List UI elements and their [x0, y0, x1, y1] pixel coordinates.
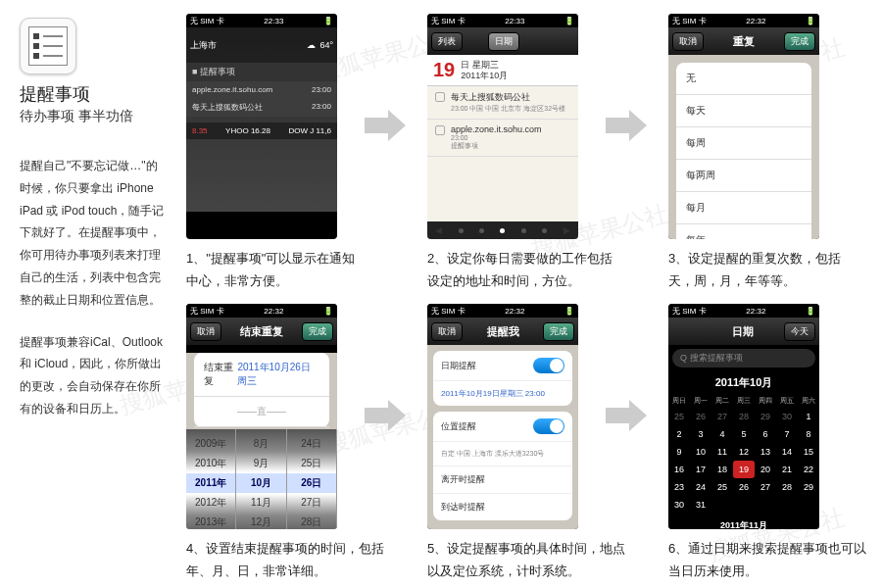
app-subtitle: 待办事项 事半功倍	[20, 108, 167, 125]
calendar-day[interactable]: 17	[690, 461, 711, 478]
date-remind-row[interactable]: 日期提醒	[433, 351, 572, 381]
end-repeat-row[interactable]: 结束重复2011年10月26日 周三	[194, 353, 329, 397]
stock-ticker[interactable]: 8.35YHOO 16.28DOW J 11,6	[186, 122, 337, 139]
done-button[interactable]: 完成	[784, 32, 815, 51]
calendar-day[interactable]: 11	[711, 443, 733, 461]
reminders-section-header: ■ 提醒事项	[186, 63, 337, 81]
calendar-day[interactable]: 10	[690, 443, 711, 461]
nav-bar: 取消提醒我完成	[427, 318, 578, 345]
screenshot-2: 无 SIM 卡22:33🔋 列表日期 19 日 星期三2011年10月 每天上搜…	[427, 14, 578, 239]
nav-title: 结束重复	[240, 324, 283, 339]
arrow-icon	[365, 398, 406, 433]
calendar-day[interactable]: 15	[798, 443, 819, 461]
paragraph-1: 提醒自己"不要忘记做…"的时候，你只要拿出 iPhone iPad 或 iPod…	[20, 155, 167, 312]
cancel-button[interactable]: 取消	[431, 322, 463, 341]
calendar-day[interactable]: 19	[733, 461, 755, 478]
left-column: 提醒事项 待办事项 事半功倍 提醒自己"不要忘记做…"的时候，你只要拿出 iPh…	[20, 18, 167, 420]
date-tab[interactable]: 日期	[488, 32, 519, 51]
app-title: 提醒事项	[20, 82, 167, 106]
calendar-day[interactable]: 2	[668, 425, 690, 443]
reminder-item[interactable]: apple.zone.it.sohu.com23:00提醒事项	[427, 120, 578, 157]
arrow-icon	[365, 108, 406, 143]
calendar-day[interactable]: 3	[690, 425, 711, 443]
nav-bar: 取消结束重复完成	[186, 318, 337, 345]
repeat-option[interactable]: 每年	[676, 224, 811, 239]
calendar-day[interactable]: 9	[668, 443, 690, 461]
screenshot-5: 无 SIM 卡22:32🔋 取消提醒我完成 日期提醒 2011年10月19日星期…	[427, 304, 578, 529]
calendar-day[interactable]: 16	[668, 461, 690, 478]
calendar-day[interactable]: 12	[733, 443, 755, 461]
cancel-button[interactable]: 取消	[672, 32, 704, 51]
calendar-day[interactable]: 14	[776, 443, 798, 461]
repeat-option[interactable]: 每两周	[676, 160, 811, 192]
status-bar: 无 SIM 卡22:32🔋	[186, 304, 337, 318]
repeat-option[interactable]: 每天	[676, 95, 811, 127]
notification-item[interactable]: 每天上搜狐数码公社23:00	[186, 98, 337, 117]
calendar-day[interactable]: 4	[711, 425, 733, 443]
toggle-switch[interactable]	[533, 418, 564, 434]
nav-title: 日期	[732, 324, 754, 339]
status-bar: 无 SIM 卡22:33🔋	[186, 14, 337, 27]
calendar-day[interactable]: 5	[733, 425, 755, 443]
app-icon	[20, 18, 76, 74]
notification-item[interactable]: apple.zone.it.sohu.com23:00	[186, 81, 337, 98]
repeat-option[interactable]: 无	[676, 63, 811, 95]
calendar-day[interactable]: 26	[733, 478, 755, 496]
calendar-day[interactable]: 20	[755, 461, 776, 478]
city-label: 上海市	[190, 39, 217, 52]
screenshot-6: 无 SIM 卡22:32🔋 日期今天 Q 搜索提醒事项 2011年10月 周日周…	[668, 304, 819, 529]
date-header: 19 日 星期三2011年10月	[427, 55, 578, 86]
location-remind-row[interactable]: 位置提醒	[433, 412, 572, 442]
calendar-day[interactable]: 18	[711, 461, 733, 478]
done-button[interactable]: 完成	[543, 322, 574, 341]
calendar-day[interactable]: 8	[798, 425, 819, 443]
cancel-button[interactable]: 取消	[190, 322, 221, 341]
screenshot-3: 无 SIM 卡22:32🔋 取消重复完成 无 每天 每周 每两周 每月 每年	[668, 14, 819, 239]
calendar-day[interactable]: 1	[798, 408, 819, 425]
caption-2: 2、设定你每日需要做的工作包括设定的地址和时间，方位。	[427, 247, 623, 293]
calendar-day[interactable]: 21	[776, 461, 798, 478]
nav-title: 提醒我	[487, 324, 519, 339]
calendar-day[interactable]: 25	[711, 478, 733, 496]
repeat-option[interactable]: 每月	[676, 192, 811, 224]
paragraph-2: 提醒事项兼容iCal、Outlook 和 iCloud，因此，你所做出的更改，会…	[20, 331, 167, 420]
done-button[interactable]: 完成	[302, 322, 333, 341]
calendar-grid[interactable]: 2526272829301234567891011121314151617181…	[668, 408, 819, 514]
weekday-header: 周日周一周二周三周四周五周六	[668, 394, 819, 408]
calendar-day[interactable]: 7	[776, 425, 798, 443]
calendar-day[interactable]: 22	[798, 461, 819, 478]
list-tab[interactable]: 列表	[431, 32, 463, 51]
calendar-day[interactable]: 23	[668, 478, 690, 496]
calendar-day[interactable]: 28	[776, 478, 798, 496]
page-indicator: ◀▶	[427, 221, 578, 239]
temperature: 64°	[319, 40, 333, 50]
repeat-option[interactable]: 每周	[676, 127, 811, 160]
calendar-day[interactable]: 27	[755, 478, 776, 496]
calendar-day[interactable]: 6	[755, 425, 776, 443]
caption-4: 4、设置结束提醒事项的时间，包括年、月、日，非常详细。	[186, 537, 392, 583]
calendar-day[interactable]: 13	[755, 443, 776, 461]
calendar-day[interactable]: 24	[690, 478, 711, 496]
nav-bar: 日期今天	[668, 318, 819, 345]
calendar-day[interactable]: 30	[668, 496, 690, 514]
caption-5: 5、设定提醒事项的具体时间，地点以及定位系统，计时系统。	[427, 537, 633, 583]
month-label-2: 2011年11月	[668, 515, 819, 529]
toggle-switch[interactable]	[533, 358, 564, 373]
on-arrive-row[interactable]: 到达时提醒	[433, 494, 572, 520]
date-picker-wheel[interactable]: 2009年2010年2011年2012年2013年 8月9月10月11月12月 …	[186, 429, 337, 529]
calendar-day[interactable]: 29	[798, 478, 819, 496]
forever-row[interactable]: ——直——	[194, 397, 329, 427]
search-input[interactable]: Q 搜索提醒事项	[672, 349, 815, 368]
checkbox[interactable]	[435, 125, 445, 135]
reminder-item[interactable]: 每天上搜狐数码公社23:00 中国 中国 北京市 海淀区32号楼	[427, 86, 578, 120]
checkbox[interactable]	[435, 92, 445, 102]
repeat-options-list: 无 每天 每周 每两周 每月 每年	[676, 63, 811, 239]
nav-title: 重复	[733, 34, 755, 49]
arrow-icon	[606, 398, 647, 433]
location-value-row[interactable]: 自定 中国 上海市 溧乐大道3230号	[433, 442, 572, 466]
today-button[interactable]: 今天	[784, 322, 815, 341]
calendar-day[interactable]: 31	[690, 496, 711, 514]
on-leave-row[interactable]: 离开时提醒	[433, 466, 572, 494]
date-value-row[interactable]: 2011年10月19日星期三 23:00	[433, 381, 572, 406]
status-bar: 无 SIM 卡22:32🔋	[427, 304, 578, 318]
